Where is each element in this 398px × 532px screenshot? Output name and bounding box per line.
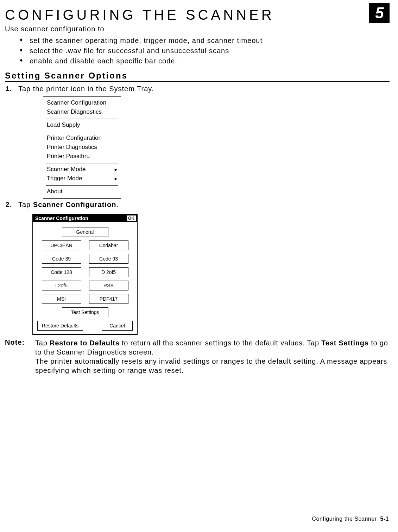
i2of5-button[interactable]: I 2of5	[42, 281, 81, 290]
step-text: Tap Scanner Configuration.	[18, 201, 119, 209]
lead-text: Use scanner configuration to	[5, 25, 390, 33]
page-footer: Configuring the Scanner 5-1	[312, 516, 389, 522]
step-number: 1.	[6, 85, 18, 93]
menu-item-label: Load Supply	[47, 121, 80, 129]
context-menu: Scanner Configuration Scanner Diagnostic…	[43, 96, 121, 199]
menu-item-trigger-mode[interactable]: Trigger Mode ▸	[47, 174, 117, 183]
step-number: 2.	[6, 201, 18, 208]
note-paragraph: The printer automatically resets any inv…	[35, 357, 390, 375]
code39-button[interactable]: Code 39	[42, 254, 81, 264]
msi-button[interactable]: MSI	[42, 294, 81, 304]
section-heading: Setting Scanner Options	[5, 71, 390, 82]
restore-defaults-button[interactable]: Restore Defaults	[37, 321, 83, 331]
note-label: Note:	[5, 338, 35, 346]
chapter-number-badge: 5	[369, 3, 390, 23]
menu-item-scanner-configuration[interactable]: Scanner Configuration	[47, 98, 117, 107]
intro-bullet-list: set the scanner operating mode, trigger …	[20, 36, 390, 66]
menu-item-printer-configuration[interactable]: Printer Configuration	[47, 133, 117, 143]
menu-item-label: Trigger Mode	[47, 175, 82, 182]
step-text-segment: Tap	[18, 201, 33, 208]
step-text-segment: .	[116, 201, 119, 208]
submenu-arrow-icon: ▸	[115, 176, 117, 181]
menu-item-label: Printer Configuration	[47, 134, 102, 142]
note-text-segment: Tap	[35, 339, 50, 347]
test-settings-button[interactable]: Test Settings	[62, 307, 108, 317]
footer-section: Configuring the Scanner	[312, 516, 377, 522]
bullet-item: enable and disable each specific bar cod…	[20, 56, 390, 66]
menu-item-load-supply[interactable]: Load Supply	[47, 120, 117, 130]
menu-item-scanner-diagnostics[interactable]: Scanner Diagnostics	[47, 107, 117, 117]
menu-item-printer-diagnostics[interactable]: Printer Diagnostics	[47, 143, 117, 152]
step-text-bold: Scanner Configuration	[33, 201, 116, 208]
d2of5-button[interactable]: D 2of5	[89, 267, 128, 277]
step-1: 1. Tap the printer icon in the System Tr…	[6, 85, 390, 93]
pdf417-button[interactable]: PDF417	[89, 294, 128, 304]
menu-item-label: Scanner Mode	[47, 166, 86, 173]
note-text-segment: to return all the scanner settings to th…	[120, 339, 322, 347]
submenu-arrow-icon: ▸	[115, 167, 117, 172]
note-bold: Test Settings	[321, 339, 369, 347]
menu-item-label: Scanner Configuration	[47, 99, 106, 106]
menu-item-label: Scanner Diagnostics	[47, 108, 102, 115]
scanner-configuration-dialog: Scanner Configuration OK General UPC/EAN…	[32, 214, 138, 335]
menu-item-scanner-mode[interactable]: Scanner Mode ▸	[47, 165, 117, 174]
menu-item-label: Printer Passthru	[47, 153, 90, 160]
menu-item-label: Printer Diagnostics	[47, 144, 97, 151]
step-2: 2. Tap Scanner Configuration.	[6, 201, 390, 209]
ok-button[interactable]: OK	[126, 215, 136, 221]
code128-button[interactable]: Code 128	[42, 267, 81, 277]
rss-button[interactable]: RSS	[89, 281, 128, 290]
code93-button[interactable]: Code 93	[89, 254, 128, 264]
general-button[interactable]: General	[62, 227, 108, 237]
bullet-item: set the scanner operating mode, trigger …	[20, 36, 390, 45]
note-content: Tap Restore to Defaults to return all th…	[35, 338, 390, 375]
dialog-title: Scanner Configuration	[33, 214, 90, 222]
menu-item-label: About	[47, 188, 62, 195]
codabar-button[interactable]: Codabar	[89, 240, 128, 250]
note-bold: Restore to Defaults	[50, 339, 120, 347]
menu-item-printer-passthru[interactable]: Printer Passthru	[47, 152, 117, 161]
footer-page-number: 5-1	[380, 516, 389, 522]
cancel-button[interactable]: Cancel	[102, 321, 133, 331]
bullet-item: select the .wav file for successful and …	[20, 46, 390, 56]
step-text: Tap the printer icon in the System Tray.	[18, 85, 154, 93]
menu-item-about[interactable]: About	[47, 187, 117, 196]
upc-ean-button[interactable]: UPC/EAN	[42, 240, 81, 250]
page-title: CONFIGURING THE SCANNER	[5, 7, 390, 23]
dialog-titlebar: Scanner Configuration OK	[33, 214, 137, 222]
